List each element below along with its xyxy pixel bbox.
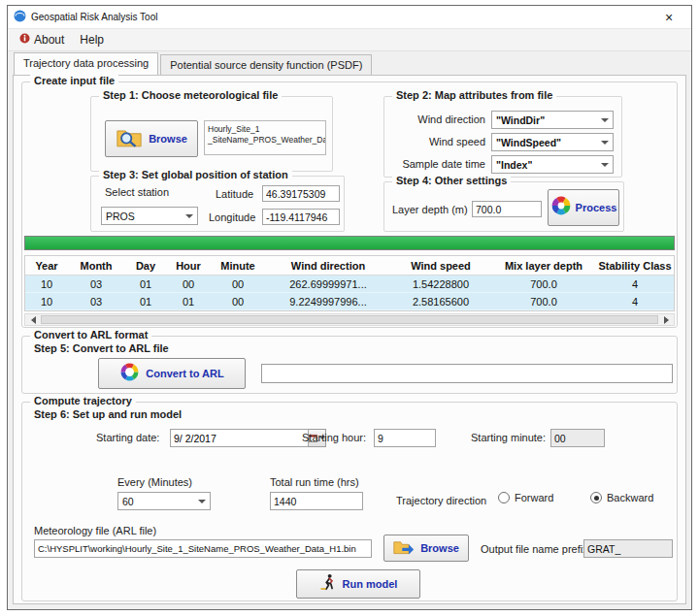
- total-run-time-label: Total run time (hrs): [270, 476, 359, 488]
- color-wheel-icon: [550, 195, 572, 220]
- scroll-right-icon[interactable]: [660, 315, 672, 324]
- chosen-file-display: Hourly_Site_1 _SiteName_PROS_Weather_Dat…: [204, 120, 326, 155]
- chevron-down-icon: [198, 500, 206, 503]
- convert-progress-bar: [261, 364, 673, 383]
- latitude-field[interactable]: [262, 185, 340, 202]
- compute-trajectory-title: Compute trajectory: [30, 395, 136, 406]
- output-prefix-label: Output file name prefix: [481, 543, 588, 555]
- starting-minute-field[interactable]: [550, 429, 605, 447]
- starting-hour-field[interactable]: [374, 429, 436, 447]
- radio-circle-icon: [498, 492, 510, 503]
- chevron-down-icon: [601, 141, 609, 145]
- runner-icon: [319, 573, 337, 595]
- title-bar[interactable]: Geospatial Risk Analysis Tool ×: [8, 6, 691, 29]
- col-month: Month: [68, 260, 124, 272]
- browse-met-csv-button[interactable]: Browse: [105, 120, 198, 157]
- station-combo[interactable]: PROS: [101, 207, 198, 225]
- cell: 1.54228800: [390, 278, 491, 290]
- table-row[interactable]: 10 03 01 00 00 262.69999971... 1.5422880…: [25, 276, 674, 293]
- wind-speed-combo[interactable]: "WindSpeed": [491, 133, 614, 151]
- step6-title: Step 6: Set up and run model: [34, 408, 182, 420]
- wind-direction-label: Wind direction: [388, 113, 485, 125]
- create-input-file-title: Create input file: [30, 75, 118, 86]
- color-wheel-icon: [119, 362, 140, 386]
- convert-arl-title: Convert to ARL format: [30, 329, 151, 340]
- app-icon: [14, 9, 26, 26]
- cell: 4: [596, 278, 674, 290]
- starting-date-label: Starting date:: [96, 432, 159, 443]
- sample-date-time-combo[interactable]: "Index": [491, 155, 614, 174]
- every-minutes-label: Every (Minutes): [117, 476, 192, 488]
- tab-strip: Trajectory data processing Potential sou…: [10, 51, 689, 75]
- output-prefix-field[interactable]: [583, 539, 673, 558]
- col-wind-speed: Wind speed: [390, 260, 491, 272]
- cell: 00: [210, 278, 266, 290]
- cell: 10: [25, 278, 68, 290]
- trajectory-direction-label: Trajectory direction: [396, 495, 486, 506]
- browse-arl-file-button[interactable]: Browse: [383, 535, 469, 562]
- wind-direction-combo[interactable]: "WindDir": [491, 111, 614, 129]
- menu-help[interactable]: Help: [72, 30, 112, 49]
- chosen-file-line1: Hourly_Site_1: [208, 124, 322, 135]
- forward-radio-label: Forward: [515, 492, 553, 503]
- chevron-down-icon: [601, 118, 609, 122]
- tab-psdf[interactable]: Potential source density function (PSDF): [160, 54, 372, 75]
- backward-radio-label: Backward: [607, 492, 653, 503]
- cell: 03: [68, 296, 124, 308]
- forward-radio[interactable]: Forward: [498, 492, 553, 503]
- run-model-button[interactable]: Run model: [296, 569, 420, 599]
- step2-title: Step 2: Map attributes from file: [392, 89, 556, 101]
- about-icon: [19, 33, 30, 47]
- wind-direction-value: "WindDir": [496, 114, 545, 126]
- select-station-label: Select station: [105, 186, 169, 198]
- chevron-down-icon: [601, 163, 609, 167]
- met-file-field[interactable]: [34, 539, 372, 558]
- col-mix-layer-depth: Mix layer depth: [491, 260, 596, 272]
- grid-header-row: Year Month Day Hour Minute Wind directio…: [25, 256, 674, 276]
- table-row[interactable]: 10 03 01 01 00 9.2249997996... 2.5816560…: [25, 293, 674, 310]
- cell: 00: [210, 296, 266, 308]
- scrollbar-thumb[interactable]: [41, 315, 658, 324]
- starting-date-picker[interactable]: [170, 429, 261, 447]
- step4-title: Step 4: Other settings: [392, 175, 511, 186]
- every-minutes-value: 60: [122, 496, 134, 507]
- met-file-label: Meteorology file (ARL file): [34, 525, 156, 536]
- convert-to-arl-button[interactable]: Convert to ARL: [98, 358, 246, 389]
- starting-date-field[interactable]: [170, 429, 309, 447]
- scroll-left-icon[interactable]: [27, 315, 39, 324]
- sample-date-time-label: Sample date time: [388, 158, 485, 170]
- latitude-label: Latitude: [216, 188, 253, 200]
- process-button[interactable]: Process: [548, 189, 619, 226]
- wind-speed-value: "WindSpeed": [496, 137, 561, 148]
- window-title: Geospatial Risk Analysis Tool: [31, 12, 157, 22]
- cell: 262.69999971...: [266, 278, 390, 290]
- folder-arrow-icon: [393, 537, 415, 559]
- total-run-time-field[interactable]: [270, 492, 363, 510]
- cell: 01: [124, 278, 167, 290]
- longitude-field[interactable]: [262, 209, 340, 225]
- chosen-file-line2: _SiteName_PROS_Weather_Data.csv: [208, 135, 322, 146]
- menu-about[interactable]: About: [12, 30, 72, 49]
- cell: 4: [596, 296, 674, 308]
- cell: 03: [68, 278, 124, 290]
- grid-hscrollbar[interactable]: [24, 313, 675, 326]
- layer-depth-field[interactable]: [472, 201, 542, 217]
- backward-radio[interactable]: Backward: [590, 492, 653, 503]
- station-value: PROS: [106, 211, 135, 222]
- create-input-file-group: Create input file Step 1: Choose meteoro…: [21, 81, 678, 328]
- layer-depth-label: Layer depth (m): [392, 204, 468, 215]
- convert-arl-group: Convert to ARL format Step 5: Convert to…: [21, 336, 678, 394]
- step5-title: Step 5: Convert to ARL file: [34, 342, 169, 354]
- step1-box: Step 1: Choose meteorological file Brows…: [90, 96, 333, 172]
- cell: 01: [167, 296, 210, 308]
- compute-trajectory-group: Compute trajectory Step 6: Set up and ru…: [21, 402, 678, 601]
- longitude-label: Longitude: [209, 211, 255, 223]
- col-day: Day: [124, 260, 167, 272]
- browse-arl-label: Browse: [420, 542, 459, 554]
- every-minutes-combo[interactable]: 60: [117, 492, 211, 510]
- cell: 2.58165600: [390, 296, 491, 308]
- col-minute: Minute: [210, 260, 266, 272]
- col-year: Year: [25, 260, 68, 272]
- tab-trajectory-data-processing[interactable]: Trajectory data processing: [14, 52, 158, 75]
- close-button[interactable]: ×: [652, 6, 685, 28]
